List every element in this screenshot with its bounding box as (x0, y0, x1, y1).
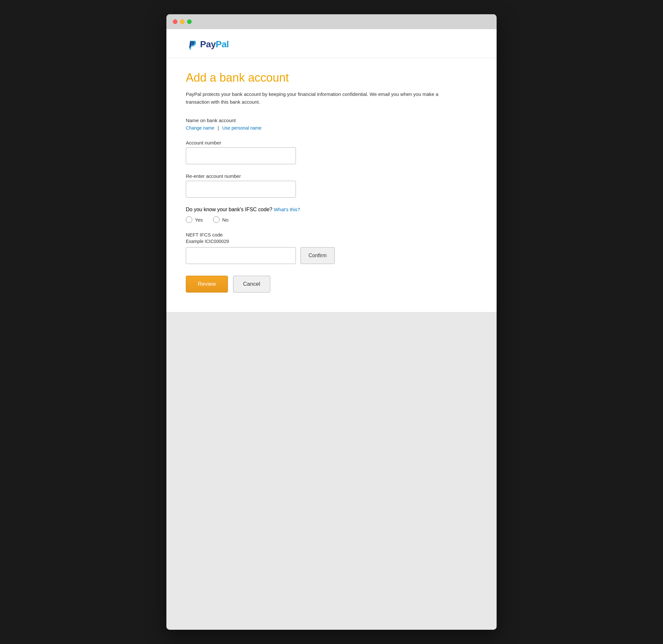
svg-text:P: P (189, 40, 194, 48)
yes-no-radio-group: Yes No (186, 216, 477, 223)
maximize-button[interactable] (187, 19, 192, 24)
yes-label[interactable]: Yes (195, 217, 203, 223)
name-on-account-label: Name on bank account (186, 117, 477, 123)
name-links: Change name | Use personal name (186, 125, 477, 131)
account-number-input[interactable] (186, 148, 296, 164)
ifsc-question-group: Do you know your bank's IFSC code? What'… (186, 207, 477, 223)
neft-ifcs-input[interactable] (186, 247, 296, 264)
browser-window: P PayPal Add a bank account PayPal prote… (166, 14, 497, 630)
paypal-logo: P PayPal (186, 38, 477, 50)
ifsc-question-label: Do you know your bank's IFSC code? (186, 207, 272, 212)
neft-label: NEFT IFCS code (186, 232, 477, 238)
neft-ifcs-section: NEFT IFCS code Example ICIC000029 Confir… (186, 232, 477, 264)
no-option: No (213, 216, 228, 223)
close-button[interactable] (173, 19, 177, 24)
yes-option: Yes (186, 216, 203, 223)
no-radio[interactable] (213, 216, 220, 223)
name-on-account-group: Name on bank account Change name | Use p… (186, 117, 477, 131)
paypal-brand-text: PayPal (200, 39, 229, 49)
action-buttons: Review Cancel (186, 276, 477, 292)
neft-input-row: Confirm (186, 247, 477, 264)
form-container: Add a bank account PayPal protects your … (166, 58, 497, 312)
pal-text: Pal (215, 39, 229, 49)
paypal-p-icon: P (186, 38, 198, 50)
minimize-button[interactable] (180, 19, 185, 24)
cancel-button[interactable]: Cancel (233, 276, 270, 292)
pay-text: Pay (200, 39, 215, 49)
neft-example: Example ICIC000029 (186, 239, 477, 244)
whats-this-link[interactable]: What's this? (274, 207, 300, 212)
confirm-button[interactable]: Confirm (300, 247, 335, 264)
reenter-account-number-group: Re-enter account number (186, 173, 477, 198)
content-area: P PayPal Add a bank account PayPal prote… (166, 29, 497, 312)
no-label[interactable]: No (222, 217, 228, 223)
change-name-link[interactable]: Change name (186, 125, 214, 131)
ifsc-question-text: Do you know your bank's IFSC code? What'… (186, 207, 477, 213)
link-separator: | (218, 125, 219, 131)
use-personal-name-link[interactable]: Use personal name (222, 125, 261, 131)
account-number-label: Account number (186, 140, 477, 146)
page-header: P PayPal (166, 29, 497, 58)
yes-radio[interactable] (186, 216, 192, 223)
page-title: Add a bank account (186, 71, 477, 85)
account-number-group: Account number (186, 140, 477, 164)
reenter-account-number-input[interactable] (186, 181, 296, 198)
page-description: PayPal protects your bank account by kee… (186, 90, 451, 106)
title-bar (166, 14, 497, 29)
reenter-account-number-label: Re-enter account number (186, 173, 477, 179)
review-button[interactable]: Review (186, 276, 228, 292)
